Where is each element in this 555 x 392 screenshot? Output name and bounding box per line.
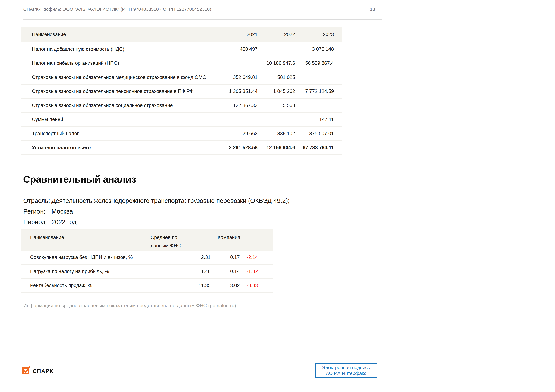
value-fns-average: 1.46 xyxy=(171,269,211,274)
table-row: Налог на добавленную стоимость (НДС) 450… xyxy=(21,42,342,57)
row-name: Страховые взносы на обязательное медицин… xyxy=(32,74,220,80)
value-2021: 122 867.33 xyxy=(220,103,258,108)
value-fns-average: 11.35 xyxy=(171,283,211,288)
signature-line2: АО ИА Интерфакс xyxy=(326,370,366,376)
spark-logo: СПАРК xyxy=(22,366,53,375)
value-2021: 450 497 xyxy=(220,46,258,52)
report-page: СПАРК-Профиль: ООО "АЛЬФА-ЛОГИСТИК" (ИНН… xyxy=(0,0,555,392)
value-2022: 581 025 xyxy=(258,74,295,80)
column-header-2022: 2022 xyxy=(258,32,295,37)
tax-table-header: Наименование 2021 2022 2023 xyxy=(21,27,342,42)
column-header-name: Наименование xyxy=(30,233,151,242)
meta-industry: Отрасль:Деятельность железнодорожного тр… xyxy=(23,197,290,205)
value-company: 0.17 xyxy=(211,255,240,260)
value-difference: -8.33 xyxy=(240,283,258,288)
spark-logo-text: СПАРК xyxy=(33,367,53,374)
total-2021: 2 261 528.58 xyxy=(220,145,258,150)
table-row: Суммы пеней 147.11 xyxy=(21,113,342,127)
table-row: Страховые взносы на обязательное медицин… xyxy=(21,71,342,85)
table-row: Рентабельность продаж, % 11.35 3.02 -8.3… xyxy=(21,279,273,293)
page-number: 13 xyxy=(361,7,375,12)
value-2023: 3 076 148 xyxy=(295,46,334,52)
meta-value: 2022 год xyxy=(51,218,77,225)
spark-checkbox-icon xyxy=(22,366,30,375)
footer-divider xyxy=(23,354,382,354)
table-row: Совокупная нагрузка без НДПИ и акцизов, … xyxy=(21,250,273,265)
row-name: Налог на прибыль организаций (НПО) xyxy=(32,60,220,66)
value-2023: 147.11 xyxy=(295,117,334,122)
value-2022: 5 568 xyxy=(258,103,295,108)
meta-region: Регион:Москва xyxy=(23,207,290,215)
column-header-2023: 2023 xyxy=(295,32,334,37)
meta-label: Регион: xyxy=(23,207,51,215)
table-row: Нагрузка по налогу на прибыль, % 1.46 0.… xyxy=(21,265,273,279)
table-row: Транспортный налог 29 663 338 102 375 50… xyxy=(21,127,342,141)
section-title: Сравнительный анализ xyxy=(23,174,136,185)
value-2023: 375 507.01 xyxy=(295,131,334,136)
table-total-row: Уплачено налогов всего 2 261 528.58 12 1… xyxy=(21,141,342,155)
row-name: Налог на добавленную стоимость (НДС) xyxy=(32,46,220,52)
header-divider xyxy=(23,19,382,20)
row-name: Страховые взносы на обязательное социаль… xyxy=(32,103,220,108)
value-2023: 7 772 124.59 xyxy=(295,88,334,94)
comparison-table: Наименование Среднее по данным ФНС Компа… xyxy=(21,229,273,293)
row-name: Страховые взносы на обязательное пенсион… xyxy=(32,88,220,94)
value-2022: 338 102 xyxy=(258,131,295,136)
total-label: Уплачено налогов всего xyxy=(32,145,220,150)
tax-table: Наименование 2021 2022 2023 Налог на доб… xyxy=(21,27,342,155)
table-row: Налог на прибыль организаций (НПО) 10 18… xyxy=(21,57,342,71)
value-company: 0.14 xyxy=(211,269,240,274)
row-name: Суммы пеней xyxy=(32,117,220,122)
value-2021: 352 649.81 xyxy=(220,74,258,80)
table-row: Страховые взносы на обязательное пенсион… xyxy=(21,85,342,99)
column-header-company: Компания xyxy=(218,233,258,242)
value-difference: -2.14 xyxy=(240,255,258,260)
value-2022: 1 045 262 xyxy=(258,88,295,94)
electronic-signature-stamp: Электронная подпись АО ИА Интерфакс xyxy=(315,363,377,378)
row-name: Совокупная нагрузка без НДПИ и акцизов, … xyxy=(30,255,171,260)
row-name: Нагрузка по налогу на прибыль, % xyxy=(30,269,171,274)
value-fns-average: 2.31 xyxy=(171,255,211,260)
column-header-fns-average: Среднее по данным ФНС xyxy=(151,233,197,250)
column-header-name: Наименование xyxy=(32,32,220,37)
meta-label: Отрасль: xyxy=(23,197,51,205)
section-meta: Отрасль:Деятельность железнодорожного тр… xyxy=(23,197,290,229)
value-2022: 10 186 947.6 xyxy=(258,60,295,66)
total-2023: 67 733 794.11 xyxy=(295,145,334,150)
value-difference: -1.32 xyxy=(240,269,258,274)
table-row: Страховые взносы на обязательное социаль… xyxy=(21,99,342,113)
value-company: 3.02 xyxy=(211,283,240,288)
value-2021: 1 305 851.44 xyxy=(220,88,258,94)
meta-period: Период:2022 год xyxy=(23,218,290,226)
report-header-title: СПАРК-Профиль: ООО "АЛЬФА-ЛОГИСТИК" (ИНН… xyxy=(23,7,211,12)
comparison-table-header: Наименование Среднее по данным ФНС Компа… xyxy=(21,229,273,250)
meta-value: Москва xyxy=(51,208,73,215)
row-name: Рентабельность продаж, % xyxy=(30,283,171,288)
meta-value: Деятельность железнодорожного транспорта… xyxy=(51,197,290,204)
signature-line1: Электронная подпись xyxy=(322,364,370,370)
total-2022: 12 156 904.6 xyxy=(258,145,295,150)
row-name: Транспортный налог xyxy=(32,131,220,136)
footnote: Информация по среднеотраслевым показател… xyxy=(23,303,237,308)
value-2021: 29 663 xyxy=(220,131,258,136)
column-header-2021: 2021 xyxy=(220,32,258,37)
meta-label: Период: xyxy=(23,218,51,226)
value-2023: 56 509 867.4 xyxy=(295,60,334,66)
